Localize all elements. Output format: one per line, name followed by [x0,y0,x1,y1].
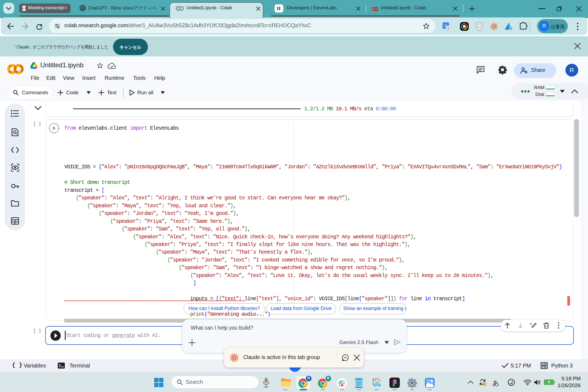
svg-text:文: 文 [447,26,450,30]
